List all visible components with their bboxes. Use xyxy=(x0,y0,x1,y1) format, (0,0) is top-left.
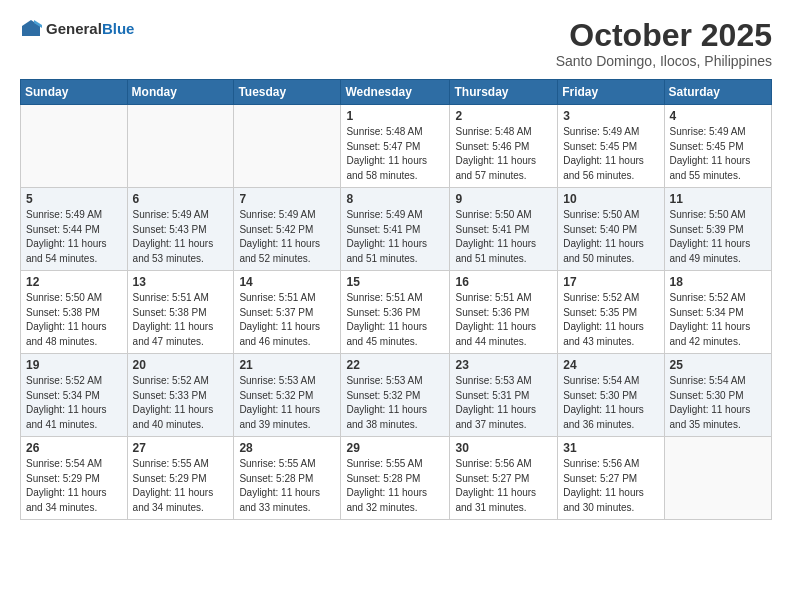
calendar-week-row: 26Sunrise: 5:54 AM Sunset: 5:29 PM Dayli… xyxy=(21,437,772,520)
logo-blue: Blue xyxy=(102,20,135,37)
day-info: Sunrise: 5:48 AM Sunset: 5:46 PM Dayligh… xyxy=(455,125,552,183)
day-info: Sunrise: 5:54 AM Sunset: 5:30 PM Dayligh… xyxy=(670,374,766,432)
table-row: 7Sunrise: 5:49 AM Sunset: 5:42 PM Daylig… xyxy=(234,188,341,271)
day-number: 9 xyxy=(455,192,552,206)
calendar-week-row: 12Sunrise: 5:50 AM Sunset: 5:38 PM Dayli… xyxy=(21,271,772,354)
col-friday: Friday xyxy=(558,80,664,105)
day-info: Sunrise: 5:55 AM Sunset: 5:28 PM Dayligh… xyxy=(346,457,444,515)
day-info: Sunrise: 5:48 AM Sunset: 5:47 PM Dayligh… xyxy=(346,125,444,183)
day-number: 3 xyxy=(563,109,658,123)
calendar-week-row: 5Sunrise: 5:49 AM Sunset: 5:44 PM Daylig… xyxy=(21,188,772,271)
page-header: GeneralBlue October 2025 Santo Domingo, … xyxy=(20,18,772,69)
table-row xyxy=(21,105,128,188)
day-number: 21 xyxy=(239,358,335,372)
table-row: 8Sunrise: 5:49 AM Sunset: 5:41 PM Daylig… xyxy=(341,188,450,271)
table-row: 26Sunrise: 5:54 AM Sunset: 5:29 PM Dayli… xyxy=(21,437,128,520)
table-row xyxy=(664,437,771,520)
table-row: 16Sunrise: 5:51 AM Sunset: 5:36 PM Dayli… xyxy=(450,271,558,354)
calendar-table: Sunday Monday Tuesday Wednesday Thursday… xyxy=(20,79,772,520)
calendar-week-row: 1Sunrise: 5:48 AM Sunset: 5:47 PM Daylig… xyxy=(21,105,772,188)
table-row: 15Sunrise: 5:51 AM Sunset: 5:36 PM Dayli… xyxy=(341,271,450,354)
logo: GeneralBlue xyxy=(20,18,134,40)
col-sunday: Sunday xyxy=(21,80,128,105)
day-info: Sunrise: 5:49 AM Sunset: 5:45 PM Dayligh… xyxy=(563,125,658,183)
day-number: 1 xyxy=(346,109,444,123)
table-row: 17Sunrise: 5:52 AM Sunset: 5:35 PM Dayli… xyxy=(558,271,664,354)
col-tuesday: Tuesday xyxy=(234,80,341,105)
table-row: 23Sunrise: 5:53 AM Sunset: 5:31 PM Dayli… xyxy=(450,354,558,437)
calendar-page: GeneralBlue October 2025 Santo Domingo, … xyxy=(0,0,792,612)
logo-icon xyxy=(20,18,42,40)
table-row: 13Sunrise: 5:51 AM Sunset: 5:38 PM Dayli… xyxy=(127,271,234,354)
day-number: 2 xyxy=(455,109,552,123)
table-row: 22Sunrise: 5:53 AM Sunset: 5:32 PM Dayli… xyxy=(341,354,450,437)
day-info: Sunrise: 5:49 AM Sunset: 5:45 PM Dayligh… xyxy=(670,125,766,183)
day-number: 8 xyxy=(346,192,444,206)
day-number: 5 xyxy=(26,192,122,206)
day-info: Sunrise: 5:53 AM Sunset: 5:32 PM Dayligh… xyxy=(346,374,444,432)
day-number: 23 xyxy=(455,358,552,372)
day-info: Sunrise: 5:56 AM Sunset: 5:27 PM Dayligh… xyxy=(455,457,552,515)
table-row: 19Sunrise: 5:52 AM Sunset: 5:34 PM Dayli… xyxy=(21,354,128,437)
day-info: Sunrise: 5:56 AM Sunset: 5:27 PM Dayligh… xyxy=(563,457,658,515)
day-number: 22 xyxy=(346,358,444,372)
table-row: 4Sunrise: 5:49 AM Sunset: 5:45 PM Daylig… xyxy=(664,105,771,188)
day-info: Sunrise: 5:51 AM Sunset: 5:37 PM Dayligh… xyxy=(239,291,335,349)
table-row: 11Sunrise: 5:50 AM Sunset: 5:39 PM Dayli… xyxy=(664,188,771,271)
day-number: 10 xyxy=(563,192,658,206)
col-wednesday: Wednesday xyxy=(341,80,450,105)
day-number: 24 xyxy=(563,358,658,372)
day-number: 28 xyxy=(239,441,335,455)
table-row: 18Sunrise: 5:52 AM Sunset: 5:34 PM Dayli… xyxy=(664,271,771,354)
table-row: 27Sunrise: 5:55 AM Sunset: 5:29 PM Dayli… xyxy=(127,437,234,520)
month-title: October 2025 xyxy=(556,18,772,53)
table-row: 9Sunrise: 5:50 AM Sunset: 5:41 PM Daylig… xyxy=(450,188,558,271)
day-info: Sunrise: 5:50 AM Sunset: 5:38 PM Dayligh… xyxy=(26,291,122,349)
table-row: 20Sunrise: 5:52 AM Sunset: 5:33 PM Dayli… xyxy=(127,354,234,437)
day-info: Sunrise: 5:54 AM Sunset: 5:30 PM Dayligh… xyxy=(563,374,658,432)
table-row: 12Sunrise: 5:50 AM Sunset: 5:38 PM Dayli… xyxy=(21,271,128,354)
day-number: 4 xyxy=(670,109,766,123)
table-row: 30Sunrise: 5:56 AM Sunset: 5:27 PM Dayli… xyxy=(450,437,558,520)
day-number: 29 xyxy=(346,441,444,455)
day-info: Sunrise: 5:50 AM Sunset: 5:39 PM Dayligh… xyxy=(670,208,766,266)
day-info: Sunrise: 5:49 AM Sunset: 5:44 PM Dayligh… xyxy=(26,208,122,266)
day-number: 20 xyxy=(133,358,229,372)
table-row: 1Sunrise: 5:48 AM Sunset: 5:47 PM Daylig… xyxy=(341,105,450,188)
table-row: 25Sunrise: 5:54 AM Sunset: 5:30 PM Dayli… xyxy=(664,354,771,437)
table-row: 14Sunrise: 5:51 AM Sunset: 5:37 PM Dayli… xyxy=(234,271,341,354)
day-number: 26 xyxy=(26,441,122,455)
day-number: 6 xyxy=(133,192,229,206)
day-number: 7 xyxy=(239,192,335,206)
day-info: Sunrise: 5:50 AM Sunset: 5:40 PM Dayligh… xyxy=(563,208,658,266)
title-section: October 2025 Santo Domingo, Ilocos, Phil… xyxy=(556,18,772,69)
calendar-week-row: 19Sunrise: 5:52 AM Sunset: 5:34 PM Dayli… xyxy=(21,354,772,437)
day-info: Sunrise: 5:51 AM Sunset: 5:36 PM Dayligh… xyxy=(455,291,552,349)
day-info: Sunrise: 5:51 AM Sunset: 5:36 PM Dayligh… xyxy=(346,291,444,349)
table-row xyxy=(234,105,341,188)
day-info: Sunrise: 5:49 AM Sunset: 5:41 PM Dayligh… xyxy=(346,208,444,266)
day-info: Sunrise: 5:54 AM Sunset: 5:29 PM Dayligh… xyxy=(26,457,122,515)
day-info: Sunrise: 5:52 AM Sunset: 5:33 PM Dayligh… xyxy=(133,374,229,432)
col-monday: Monday xyxy=(127,80,234,105)
col-thursday: Thursday xyxy=(450,80,558,105)
day-number: 25 xyxy=(670,358,766,372)
day-info: Sunrise: 5:52 AM Sunset: 5:34 PM Dayligh… xyxy=(26,374,122,432)
table-row: 6Sunrise: 5:49 AM Sunset: 5:43 PM Daylig… xyxy=(127,188,234,271)
day-number: 30 xyxy=(455,441,552,455)
calendar-header-row: Sunday Monday Tuesday Wednesday Thursday… xyxy=(21,80,772,105)
day-number: 15 xyxy=(346,275,444,289)
table-row: 2Sunrise: 5:48 AM Sunset: 5:46 PM Daylig… xyxy=(450,105,558,188)
day-number: 17 xyxy=(563,275,658,289)
day-number: 31 xyxy=(563,441,658,455)
day-info: Sunrise: 5:52 AM Sunset: 5:34 PM Dayligh… xyxy=(670,291,766,349)
day-info: Sunrise: 5:55 AM Sunset: 5:29 PM Dayligh… xyxy=(133,457,229,515)
table-row xyxy=(127,105,234,188)
day-number: 19 xyxy=(26,358,122,372)
table-row: 28Sunrise: 5:55 AM Sunset: 5:28 PM Dayli… xyxy=(234,437,341,520)
table-row: 31Sunrise: 5:56 AM Sunset: 5:27 PM Dayli… xyxy=(558,437,664,520)
day-number: 13 xyxy=(133,275,229,289)
day-info: Sunrise: 5:51 AM Sunset: 5:38 PM Dayligh… xyxy=(133,291,229,349)
table-row: 21Sunrise: 5:53 AM Sunset: 5:32 PM Dayli… xyxy=(234,354,341,437)
day-number: 14 xyxy=(239,275,335,289)
